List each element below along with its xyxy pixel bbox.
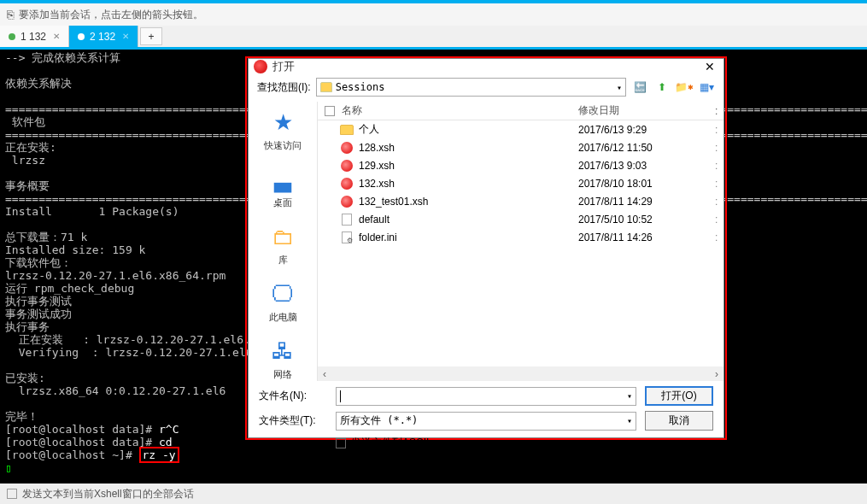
add-tab-button[interactable]: + [140,27,162,45]
status-bar: 发送文本到当前Xshell窗口的全部会话 [0,483,867,504]
close-button[interactable]: ✕ [701,60,718,73]
lookin-label: 查找范围(I): [257,80,311,95]
hint-bar: ⎘ 要添加当前会话，点击左侧的箭头按钮。 [0,0,867,26]
file-row[interactable]: 129.xsh2017/6/13 9:03: [318,156,723,174]
tab-1[interactable]: 1 132✕ [0,26,69,47]
place-network[interactable]: 🖧网络 [269,337,296,381]
back-button[interactable]: 🔙 [631,79,648,96]
xsh-icon [340,159,354,173]
file-icon [340,213,354,226]
ascii-label: 发送文件到ASCII [351,436,429,450]
tab-2[interactable]: 2 132✕ [69,26,138,47]
lookin-combo[interactable]: Sessions ▾ [316,78,626,97]
filename-input[interactable]: ▾ [336,387,636,406]
app-icon [254,60,267,73]
place-libraries[interactable]: 🗀库 [269,223,296,267]
close-icon: ✕ [53,32,60,41]
place-desktop[interactable]: ▃桌面 [269,166,296,209]
dialog-title: 打开 [272,59,701,74]
xsh-icon [340,177,354,190]
broadcast-checkbox[interactable] [7,489,17,499]
ini-icon [340,231,354,244]
column-date[interactable]: 修改日期 [578,103,715,118]
place-quick-access[interactable]: ★快速访问 [264,108,302,152]
ascii-checkbox[interactable] [336,438,346,448]
filetype-combo[interactable]: 所有文件 (*.*)▾ [336,412,636,431]
new-folder-button[interactable]: 📁✱ [676,79,693,96]
place-this-pc[interactable]: 🖵此电脑 [269,280,297,324]
select-all-checkbox[interactable] [325,106,335,116]
folder-icon [320,82,332,92]
column-name[interactable]: 名称 [340,103,578,118]
open-dialog: 打开 ✕ 查找范围(I): Sessions ▾ 🔙 ⬆ 📁✱ ▦▾ ★快速访问… [248,58,724,438]
file-row[interactable]: folder.ini2017/8/11 14:26: [318,228,723,246]
hint-text: 要添加当前会话，点击左侧的箭头按钮。 [19,8,203,22]
xsh-icon [340,141,354,155]
folder-icon [340,123,354,137]
file-row[interactable]: 个人2017/6/13 9:29: [318,120,723,138]
view-menu[interactable]: ▦▾ [698,79,715,96]
up-button[interactable]: ⬆ [653,79,671,96]
file-row[interactable]: 132_test01.xsh2017/8/11 14:29: [318,192,723,210]
session-tabs: 1 132✕ 2 132✕ + [0,26,867,50]
dialog-titlebar[interactable]: 打开 ✕ [249,59,723,74]
file-row[interactable]: 132.xsh2017/8/10 18:01: [318,174,723,192]
places-bar: ★快速访问▃桌面🗀库🖵此电脑🖧网络 [249,102,317,381]
filetype-label: 文件类型(T): [259,413,327,428]
file-row[interactable]: 128.xsh2017/6/12 11:50: [318,138,723,156]
filename-label: 文件名(N): [259,389,327,403]
horizontal-scrollbar[interactable]: ‹› [318,366,723,381]
cancel-button[interactable]: 取消 [645,411,713,431]
xsh-icon [340,195,354,208]
arrow-icon[interactable]: ⎘ [7,8,14,21]
close-icon: ✕ [122,32,129,41]
file-row[interactable]: default2017/5/10 10:52: [318,210,723,228]
status-text: 发送文本到当前Xshell窗口的全部会话 [22,487,194,501]
open-button[interactable]: 打开(O) [645,386,713,406]
file-list: 名称 修改日期 : 个人2017/6/13 9:29:128.xsh2017/6… [317,102,723,381]
file-list-header[interactable]: 名称 修改日期 : [318,102,723,120]
